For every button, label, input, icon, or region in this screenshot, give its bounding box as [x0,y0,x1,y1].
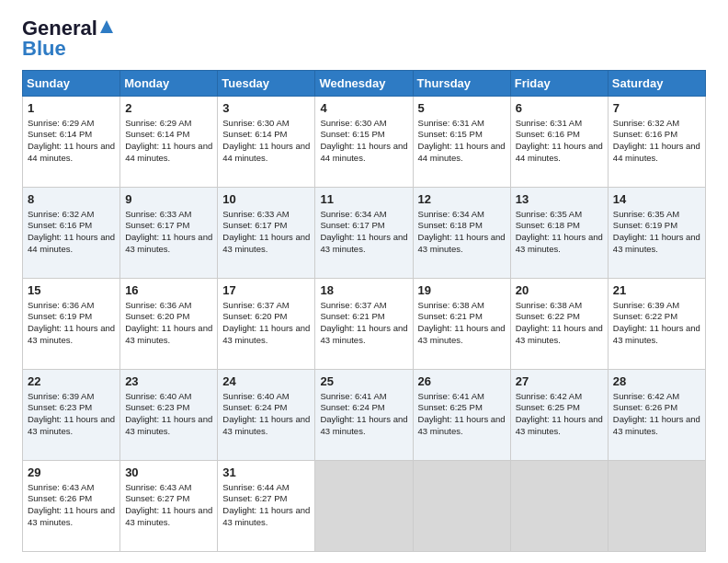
calendar-cell: 26Sunrise: 6:41 AMSunset: 6:25 PMDayligh… [413,370,510,461]
calendar-cell: 21Sunrise: 6:39 AMSunset: 6:22 PMDayligh… [608,279,705,370]
daylight-label: Daylight: 11 hours and 43 minutes. [28,323,115,345]
sunset-label: Sunset: 6:18 PM [418,220,483,230]
calendar-cell: 7Sunrise: 6:32 AMSunset: 6:16 PMDaylight… [608,97,705,188]
daylight-label: Daylight: 11 hours and 43 minutes. [222,323,310,345]
day-number: 17 [222,282,310,299]
daylight-label: Daylight: 11 hours and 43 minutes. [516,232,603,254]
day-number: 18 [320,282,407,299]
sunrise-label: Sunrise: 6:33 AM [222,209,289,219]
day-number: 28 [613,373,700,390]
day-number: 23 [125,373,212,390]
sunset-label: Sunset: 6:26 PM [613,402,677,412]
calendar-table: SundayMondayTuesdayWednesdayThursdayFrid… [22,70,706,552]
sunset-label: Sunset: 6:25 PM [516,402,580,412]
sunrise-label: Sunrise: 6:34 AM [418,209,484,219]
daylight-label: Daylight: 11 hours and 43 minutes. [125,323,212,345]
svg-marker-0 [100,20,113,33]
col-header-sunday: Sunday [23,71,120,97]
calendar-cell: 23Sunrise: 6:40 AMSunset: 6:23 PMDayligh… [120,370,218,461]
day-number: 26 [418,373,506,390]
calendar-cell: 27Sunrise: 6:42 AMSunset: 6:25 PMDayligh… [510,370,608,461]
day-number: 27 [516,373,603,390]
daylight-label: Daylight: 11 hours and 43 minutes. [613,232,700,254]
sunset-label: Sunset: 6:27 PM [222,493,287,503]
daylight-label: Daylight: 11 hours and 43 minutes. [320,232,407,254]
col-header-saturday: Saturday [608,71,705,97]
page: General Blue SundayMondayTuesdayWednesda… [0,0,728,563]
sunset-label: Sunset: 6:15 PM [418,129,483,139]
calendar-cell: 25Sunrise: 6:41 AMSunset: 6:24 PMDayligh… [315,370,413,461]
calendar-cell: 6Sunrise: 6:31 AMSunset: 6:16 PMDaylight… [510,97,608,188]
calendar-cell: 11Sunrise: 6:34 AMSunset: 6:17 PMDayligh… [315,188,413,279]
sunrise-label: Sunrise: 6:33 AM [125,209,191,219]
sunset-label: Sunset: 6:24 PM [320,402,384,412]
sunrise-label: Sunrise: 6:40 AM [222,391,289,401]
logo-triangle-icon [98,18,115,35]
calendar-cell: 29Sunrise: 6:43 AMSunset: 6:26 PMDayligh… [23,461,120,552]
day-number: 29 [28,465,115,481]
sunrise-label: Sunrise: 6:39 AM [613,300,679,310]
sunset-label: Sunset: 6:21 PM [320,311,384,321]
daylight-label: Daylight: 11 hours and 43 minutes. [418,232,506,254]
daylight-label: Daylight: 11 hours and 44 minutes. [516,141,603,163]
daylight-label: Daylight: 11 hours and 44 minutes. [613,141,700,163]
sunrise-label: Sunrise: 6:34 AM [320,209,386,219]
calendar-cell: 9Sunrise: 6:33 AMSunset: 6:17 PMDaylight… [120,188,218,279]
calendar-cell: 30Sunrise: 6:43 AMSunset: 6:27 PMDayligh… [120,461,218,552]
calendar-cell: 15Sunrise: 6:36 AMSunset: 6:19 PMDayligh… [23,279,120,370]
sunset-label: Sunset: 6:16 PM [516,129,580,139]
daylight-label: Daylight: 11 hours and 43 minutes. [28,505,115,527]
sunset-label: Sunset: 6:17 PM [125,220,189,230]
calendar-cell: 10Sunrise: 6:33 AMSunset: 6:17 PMDayligh… [218,188,315,279]
sunset-label: Sunset: 6:23 PM [125,402,189,412]
day-number: 1 [28,100,115,117]
sunrise-label: Sunrise: 6:43 AM [28,482,94,492]
day-number: 22 [28,373,115,390]
day-number: 21 [613,282,700,299]
sunset-label: Sunset: 6:25 PM [418,402,483,412]
sunset-label: Sunset: 6:22 PM [613,311,677,321]
sunrise-label: Sunrise: 6:39 AM [28,391,94,401]
calendar-cell: 3Sunrise: 6:30 AMSunset: 6:14 PMDaylight… [218,97,315,188]
sunset-label: Sunset: 6:20 PM [125,311,189,321]
daylight-label: Daylight: 11 hours and 43 minutes. [125,505,212,527]
sunrise-label: Sunrise: 6:29 AM [125,118,191,128]
calendar-cell: 2Sunrise: 6:29 AMSunset: 6:14 PMDaylight… [120,97,218,188]
sunrise-label: Sunrise: 6:31 AM [516,118,582,128]
logo-blue: Blue [22,37,66,61]
sunset-label: Sunset: 6:23 PM [28,402,92,412]
sunset-label: Sunset: 6:16 PM [28,220,92,230]
sunset-label: Sunset: 6:16 PM [613,129,677,139]
day-number: 6 [516,100,603,117]
daylight-label: Daylight: 11 hours and 44 minutes. [125,141,212,163]
sunset-label: Sunset: 6:14 PM [125,129,189,139]
sunset-label: Sunset: 6:18 PM [516,220,580,230]
sunrise-label: Sunrise: 6:42 AM [516,391,582,401]
calendar-cell: 22Sunrise: 6:39 AMSunset: 6:23 PMDayligh… [23,370,120,461]
calendar-cell: 14Sunrise: 6:35 AMSunset: 6:19 PMDayligh… [608,188,705,279]
day-number: 11 [320,191,407,208]
daylight-label: Daylight: 11 hours and 43 minutes. [320,414,407,436]
calendar-cell: 28Sunrise: 6:42 AMSunset: 6:26 PMDayligh… [608,370,705,461]
day-number: 2 [125,100,212,117]
sunrise-label: Sunrise: 6:37 AM [320,300,386,310]
day-number: 9 [125,191,212,208]
day-number: 14 [613,191,700,208]
sunrise-label: Sunrise: 6:36 AM [28,300,94,310]
sunset-label: Sunset: 6:24 PM [222,402,287,412]
sunrise-label: Sunrise: 6:38 AM [418,300,484,310]
sunset-label: Sunset: 6:15 PM [320,129,384,139]
sunrise-label: Sunrise: 6:37 AM [222,300,289,310]
daylight-label: Daylight: 11 hours and 44 minutes. [222,141,310,163]
calendar-cell [608,461,705,552]
daylight-label: Daylight: 11 hours and 43 minutes. [222,414,310,436]
sunset-label: Sunset: 6:26 PM [28,493,92,503]
calendar-cell: 1Sunrise: 6:29 AMSunset: 6:14 PMDaylight… [23,97,120,188]
day-number: 19 [418,282,506,299]
calendar-cell: 4Sunrise: 6:30 AMSunset: 6:15 PMDaylight… [315,97,413,188]
day-number: 3 [222,100,310,117]
sunrise-label: Sunrise: 6:32 AM [28,209,94,219]
calendar-cell: 18Sunrise: 6:37 AMSunset: 6:21 PMDayligh… [315,279,413,370]
calendar-cell: 24Sunrise: 6:40 AMSunset: 6:24 PMDayligh… [218,370,315,461]
col-header-friday: Friday [510,71,608,97]
